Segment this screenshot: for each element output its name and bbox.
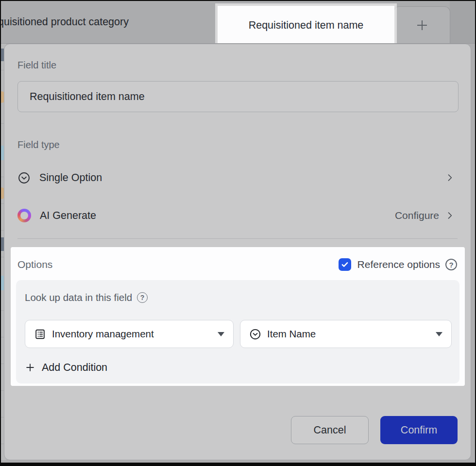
cancel-button[interactable]: Cancel	[291, 416, 369, 444]
chevron-right-icon	[445, 173, 455, 183]
add-tab-button[interactable]	[393, 6, 450, 44]
section-divider	[17, 238, 458, 239]
lookup-selects-row: Inventory management Item Name	[25, 320, 452, 348]
lookup-label: Look up data in this field	[25, 292, 132, 303]
chevron-right-icon	[445, 211, 455, 220]
active-tab-label: Requisitioned item name	[249, 19, 364, 32]
plus-icon	[25, 362, 35, 373]
checkmark-icon	[340, 260, 349, 269]
tab-bar-right-shade	[450, 1, 475, 43]
single-option-icon	[17, 171, 31, 184]
reference-options-label: Reference options	[357, 259, 440, 270]
options-header-row: Options Reference options	[17, 257, 457, 272]
field-title-label: Field title	[17, 60, 56, 71]
help-icon[interactable]	[137, 292, 148, 303]
tab-requisitioned-item-name[interactable]: Requisitioned item name	[218, 6, 394, 44]
table-select-value: Inventory management	[52, 328, 154, 340]
options-label: Options	[17, 259, 52, 270]
lookup-label-row: Look up data in this field	[25, 292, 148, 303]
ai-generate-label: AI Generate	[40, 210, 96, 222]
single-option-icon	[249, 328, 261, 340]
add-condition-button[interactable]: Add Condition	[25, 357, 107, 378]
reference-options-checkbox[interactable]	[339, 258, 351, 271]
field-title-input[interactable]	[17, 81, 459, 112]
lookup-panel: Look up data in this field Inventory man…	[16, 280, 459, 383]
table-icon	[34, 328, 46, 340]
ai-generate-icon	[17, 209, 31, 222]
field-type-label: Field type	[17, 139, 60, 150]
help-icon[interactable]	[445, 259, 457, 270]
field-select-value: Item Name	[267, 328, 316, 340]
tab-bar: quisitioned product category Requisition…	[1, 1, 475, 44]
field-type-selected: Single Option	[39, 172, 102, 184]
tab-product-category[interactable]: quisitioned product category	[1, 1, 129, 43]
field-type-selector-row[interactable]: Single Option	[17, 165, 458, 191]
caret-down-icon	[436, 332, 442, 336]
plus-icon	[415, 18, 429, 33]
caret-down-icon	[218, 332, 224, 336]
field-select-dropdown[interactable]: Item Name	[240, 320, 452, 348]
add-condition-label: Add Condition	[42, 362, 107, 374]
confirm-button[interactable]: Confirm	[380, 416, 458, 444]
options-section-spotlight: Options Reference options Look up data i…	[11, 247, 465, 386]
configure-link[interactable]: Configure	[395, 210, 439, 221]
field-config-modal: Field title Field type Single Option AI …	[4, 44, 471, 460]
ai-generate-row[interactable]: AI Generate Configure	[17, 202, 458, 229]
table-select-dropdown[interactable]: Inventory management	[25, 320, 234, 348]
